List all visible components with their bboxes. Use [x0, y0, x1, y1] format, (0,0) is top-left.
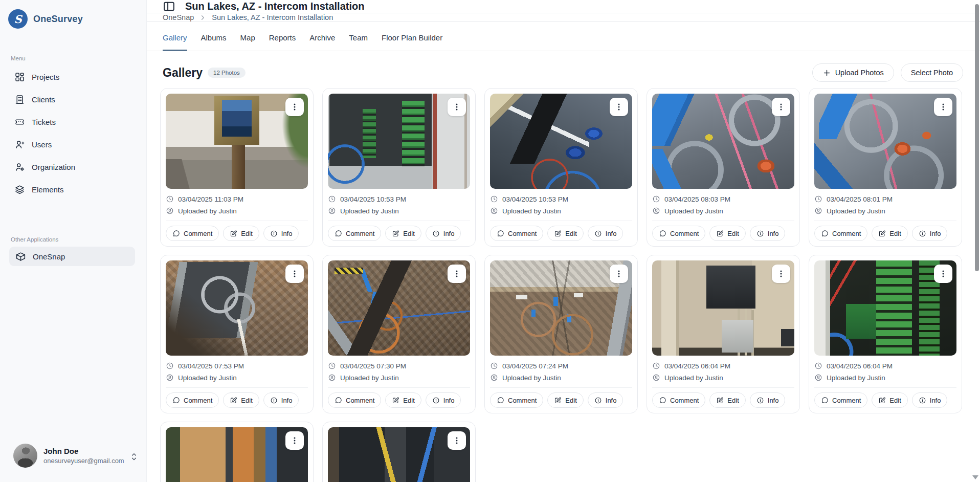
user-circle-icon [328, 374, 336, 382]
info-button[interactable]: Info [750, 392, 786, 408]
info-button[interactable]: Info [912, 392, 948, 408]
user-circle-icon [490, 374, 498, 382]
photo-timestamp: 03/04/2025 11:03 PM [178, 195, 243, 203]
gallery-header: Gallery 12 Photos Upload Photos Select P… [163, 63, 963, 82]
tab-floor-plan-builder[interactable]: Floor Plan Builder [382, 33, 442, 51]
card-menu-button[interactable] [934, 98, 952, 116]
sidebar-item-clients[interactable]: Clients [0, 88, 146, 111]
user-menu[interactable]: John Doe onesurveyuser@gmail.com [0, 444, 146, 474]
tab-map[interactable]: Map [240, 33, 255, 51]
card-divider [328, 221, 470, 221]
select-photo-button[interactable]: Select Photo [901, 63, 963, 82]
kebab-icon [615, 270, 623, 278]
sidebar-item-label: Tickets [32, 118, 56, 126]
comment-button[interactable]: Comment [490, 392, 543, 408]
info-button[interactable]: Info [426, 226, 461, 241]
photo-thumbnail[interactable] [814, 260, 956, 356]
photo-uploader: Uploaded by Justin [502, 374, 561, 382]
edit-button[interactable]: Edit [872, 226, 907, 241]
edit-button[interactable]: Edit [547, 392, 583, 408]
kebab-icon [777, 270, 785, 278]
photo-thumbnail[interactable] [490, 260, 632, 356]
app-logo[interactable]: S OneSurvey [0, 9, 146, 29]
info-icon [594, 397, 602, 404]
comment-button[interactable]: Comment [814, 392, 867, 408]
photo-thumbnail[interactable] [490, 94, 632, 189]
sidebar-toggle-icon[interactable] [163, 0, 175, 13]
card-menu-button[interactable] [772, 265, 790, 283]
photo-thumbnail[interactable] [814, 94, 956, 189]
photo-thumbnail[interactable] [166, 94, 308, 189]
upload-photos-button[interactable]: Upload Photos [812, 63, 894, 82]
scrollbar-thumb[interactable] [975, 4, 979, 271]
breadcrumb-current-link[interactable]: Sun Lakes, AZ - Intercom Installation [212, 13, 333, 21]
info-button[interactable]: Info [912, 226, 948, 241]
comment-button[interactable]: Comment [652, 226, 705, 241]
edit-button[interactable]: Edit [547, 226, 583, 241]
tab-bar: GalleryAlbumsMapReportsArchiveTeamFloor … [147, 22, 980, 51]
sidebar-item-users[interactable]: Users [0, 133, 146, 156]
tab-albums[interactable]: Albums [201, 33, 227, 51]
edit-button[interactable]: Edit [223, 226, 259, 241]
card-menu-button[interactable] [610, 98, 628, 116]
info-button[interactable]: Info [426, 392, 461, 408]
card-menu-button[interactable] [448, 431, 466, 450]
photo-thumbnail[interactable] [328, 427, 470, 482]
info-button[interactable]: Info [750, 226, 786, 241]
photo-timestamp: 03/04/2025 07:24 PM [502, 362, 568, 370]
tab-archive[interactable]: Archive [309, 33, 335, 51]
info-button[interactable]: Info [588, 226, 623, 241]
comment-button[interactable]: Comment [490, 226, 543, 241]
card-menu-button[interactable] [285, 265, 304, 283]
photo-thumbnail[interactable] [652, 260, 794, 356]
card-menu-button[interactable] [285, 98, 304, 116]
photo-card: 03/04/2025 11:03 PM Uploaded by Justin C… [160, 88, 314, 247]
edit-button[interactable]: Edit [385, 226, 421, 241]
tab-team[interactable]: Team [349, 33, 368, 51]
kebab-icon [939, 103, 947, 111]
breadcrumb-root-link[interactable]: OneSnap [163, 13, 194, 21]
user-name: John Doe [43, 447, 124, 455]
photo-thumbnail[interactable] [166, 260, 308, 356]
info-button[interactable]: Info [263, 226, 299, 241]
comment-button[interactable]: Comment [652, 392, 705, 408]
tab-reports[interactable]: Reports [269, 33, 296, 51]
edit-button[interactable]: Edit [385, 392, 421, 408]
sidebar-item-organization[interactable]: Organization [0, 156, 146, 178]
edit-button[interactable]: Edit [223, 392, 259, 408]
comment-icon [659, 230, 666, 237]
comment-button[interactable]: Comment [328, 392, 381, 408]
tab-gallery[interactable]: Gallery [163, 33, 187, 51]
sidebar-item-onesnap[interactable]: OneSnap [9, 247, 135, 266]
card-menu-button[interactable] [448, 98, 466, 116]
card-menu-button[interactable] [285, 431, 304, 450]
edit-button[interactable]: Edit [872, 392, 907, 408]
comment-button[interactable]: Comment [166, 392, 219, 408]
photo-thumbnail[interactable] [166, 427, 308, 482]
sidebar-item-elements[interactable]: Elements [0, 178, 146, 201]
kebab-icon [453, 270, 461, 278]
photo-uploader: Uploaded by Justin [178, 374, 237, 382]
photo-thumbnail[interactable] [328, 260, 470, 356]
comment-button[interactable]: Comment [814, 226, 867, 241]
edit-icon [392, 397, 399, 404]
sidebar-item-tickets[interactable]: Tickets [0, 111, 146, 133]
info-button[interactable]: Info [263, 392, 299, 408]
comment-button[interactable]: Comment [328, 226, 381, 241]
photo-uploader: Uploaded by Justin [664, 374, 723, 382]
info-button[interactable]: Info [588, 392, 623, 408]
edit-button[interactable]: Edit [709, 226, 745, 241]
scrollbar-down-arrow[interactable] [972, 475, 978, 479]
card-menu-button[interactable] [772, 98, 790, 116]
sidebar-item-projects[interactable]: Projects [0, 65, 146, 88]
card-menu-button[interactable] [934, 265, 952, 283]
edit-icon [554, 230, 562, 237]
card-menu-button[interactable] [610, 265, 628, 283]
comment-button[interactable]: Comment [166, 226, 219, 241]
edit-icon [878, 397, 886, 404]
edit-button[interactable]: Edit [709, 392, 745, 408]
info-icon [594, 230, 602, 237]
card-menu-button[interactable] [448, 265, 466, 283]
photo-thumbnail[interactable] [652, 94, 794, 189]
photo-thumbnail[interactable] [328, 94, 470, 189]
